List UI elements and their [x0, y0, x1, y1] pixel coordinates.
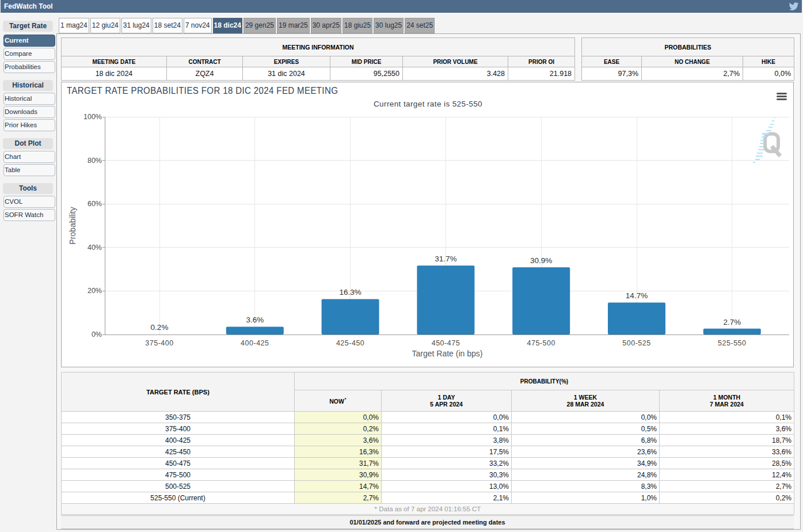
svg-text:0%: 0% [92, 330, 102, 339]
svg-text:31.7%: 31.7% [435, 254, 456, 263]
svg-text:20%: 20% [87, 287, 102, 295]
svg-text:500-525: 500-525 [622, 339, 650, 347]
svg-text:375-400: 375-400 [145, 339, 173, 347]
svg-text:425-450: 425-450 [336, 339, 364, 347]
svg-text:100%: 100% [83, 113, 102, 121]
svg-text:400-425: 400-425 [241, 339, 269, 347]
svg-text:60%: 60% [87, 200, 102, 208]
svg-text:Probability: Probability [68, 207, 77, 244]
svg-text:16.3%: 16.3% [339, 288, 361, 297]
svg-text:3.6%: 3.6% [246, 316, 264, 324]
svg-text:30.9%: 30.9% [530, 256, 552, 265]
svg-text:Target Rate (in bps): Target Rate (in bps) [412, 349, 483, 358]
svg-text:450-475: 450-475 [432, 339, 460, 347]
svg-text:525-550: 525-550 [718, 339, 746, 347]
svg-text:80%: 80% [87, 157, 102, 165]
svg-text:40%: 40% [87, 244, 102, 252]
svg-text:475-500: 475-500 [527, 339, 555, 347]
svg-text:14.7%: 14.7% [626, 291, 648, 300]
svg-text:0.2%: 0.2% [151, 323, 169, 332]
svg-text:2.7%: 2.7% [723, 318, 741, 326]
